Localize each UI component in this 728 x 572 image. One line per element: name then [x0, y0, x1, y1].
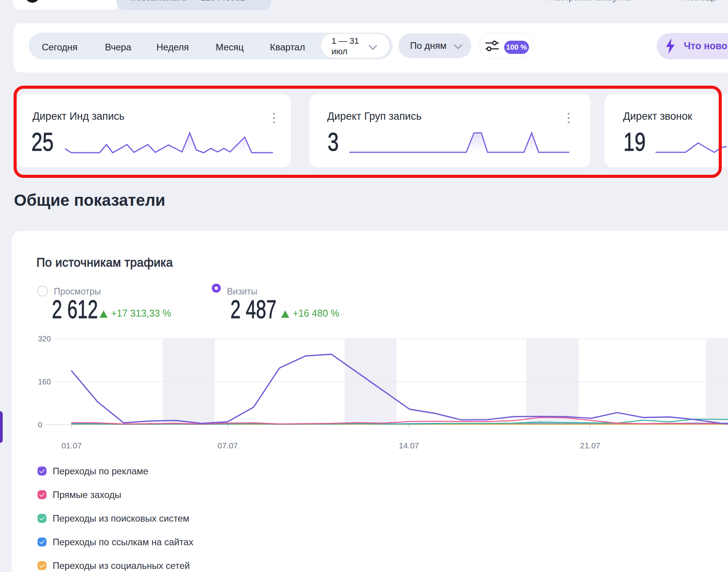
svg-text:01.07: 01.07 — [62, 441, 82, 450]
svg-text:21.07: 21.07 — [580, 441, 601, 450]
svg-text:14.07: 14.07 — [399, 441, 419, 450]
svg-text:0: 0 — [38, 420, 42, 429]
svg-text:07.07: 07.07 — [218, 441, 238, 450]
svg-text:320: 320 — [38, 334, 51, 343]
svg-text:160: 160 — [38, 377, 51, 386]
